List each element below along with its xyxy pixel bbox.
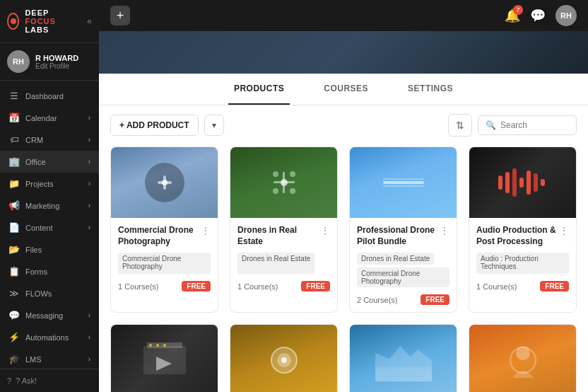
- sidebar-footer: ? ? Ask!: [0, 369, 99, 392]
- tab-settings[interactable]: SETTINGS: [402, 74, 459, 105]
- svg-rect-15: [505, 172, 510, 193]
- nav-arrow-automations: ›: [88, 333, 90, 341]
- sidebar-item-dashboard[interactable]: ☰ Dashboard: [0, 85, 99, 107]
- avatar: RH: [7, 50, 30, 73]
- topbar-icons: 🔔 7 💬 RH: [505, 5, 577, 26]
- svg-rect-20: [541, 179, 545, 186]
- product-menu-button[interactable]: ⋮: [201, 225, 211, 236]
- product-image: [469, 147, 576, 218]
- product-card-drones-real-estate[interactable]: Drones in Real Estate ⋮ Drones in Real E…: [230, 146, 338, 313]
- svg-point-23: [149, 344, 152, 347]
- nav-label-calendar: Calendar: [25, 114, 57, 122]
- product-tag: Drones in Real Estate: [237, 253, 314, 274]
- nav-icon-automations: ⚡: [8, 332, 20, 342]
- nav-label-flows: FLOWs: [25, 289, 52, 298]
- filter-button[interactable]: ⇅: [448, 114, 472, 137]
- notifications-button[interactable]: 🔔 7: [505, 8, 520, 23]
- nav-label-content: Content: [25, 224, 53, 232]
- sidebar-item-files[interactable]: 📂 Files: [0, 238, 99, 260]
- product-menu-button[interactable]: ⋮: [440, 225, 449, 236]
- toolbar: + ADD PRODUCT ▾ ⇅ 🔍: [110, 114, 577, 137]
- tab-bar: PRODUCTS COURSES SETTINGS: [99, 74, 588, 105]
- svg-rect-11: [383, 181, 424, 184]
- product-card-audio-production[interactable]: Audio Production & Post Processing ⋮ Aud…: [469, 146, 577, 313]
- nav-icon-office: 🏢: [8, 156, 20, 167]
- product-card-photography-beginner[interactable]: Photography: Beginner Series ⋮ Photograp…: [469, 324, 577, 392]
- nav-label-lms: LMS: [25, 355, 42, 364]
- svg-rect-21: [143, 346, 186, 374]
- logo-icon: [7, 13, 19, 30]
- product-image: [230, 147, 337, 218]
- user-name: R HOWARD: [35, 54, 92, 62]
- sidebar-item-projects[interactable]: 📁 Projects ›: [0, 173, 99, 195]
- product-body: Commercial Drone Photography ⋮ Commercia…: [111, 218, 218, 299]
- nav-label-dashboard: Dashboard: [25, 92, 64, 100]
- product-title: Commercial Drone Photography: [118, 225, 201, 247]
- sidebar: DEEP FOCUS LABS « RH R HOWARD Edit Profi…: [0, 0, 99, 392]
- tab-products[interactable]: PRODUCTS: [228, 74, 290, 105]
- product-card-practicing-photographer[interactable]: The Practicing Photographer ⋮ Photograph…: [230, 324, 338, 392]
- product-card-professional-drone[interactable]: Professional Drone Pilot Bundle ⋮ Drones…: [349, 146, 457, 313]
- add-product-button[interactable]: + ADD PRODUCT: [110, 115, 199, 136]
- nav-label-projects: Projects: [25, 180, 54, 188]
- nav-arrow-lms: ›: [88, 355, 90, 363]
- nav-icon-messaging: 💬: [8, 310, 20, 321]
- add-product-label: + ADD PRODUCT: [119, 120, 189, 130]
- product-card-cinematography[interactable]: Cinematography Bundle ⋮ Cinematography B…: [110, 324, 218, 392]
- product-menu-button[interactable]: ⋮: [320, 225, 330, 236]
- content-area: + ADD PRODUCT ▾ ⇅ 🔍 Commercial Drone Pho…: [99, 105, 588, 392]
- product-title: Professional Drone Pilot Bundle: [357, 225, 440, 247]
- sidebar-item-marketing[interactable]: 📢 Marketing ›: [0, 195, 99, 217]
- add-button[interactable]: +: [110, 6, 130, 25]
- product-header: Audio Production & Post Processing ⋮: [476, 225, 569, 247]
- product-image: [230, 325, 337, 392]
- products-grid: Commercial Drone Photography ⋮ Commercia…: [110, 146, 577, 392]
- sidebar-item-messaging[interactable]: 💬 Messaging ›: [0, 304, 99, 326]
- product-image: [111, 325, 218, 392]
- svg-point-10: [290, 188, 295, 194]
- nav-arrow-messaging: ›: [88, 311, 90, 319]
- sidebar-collapse-button[interactable]: «: [87, 16, 92, 26]
- edit-profile-link[interactable]: Edit Profile: [35, 62, 92, 70]
- product-footer: 2 Course(s) FREE: [357, 294, 449, 305]
- sidebar-item-lms[interactable]: 🎓 LMS ›: [0, 348, 99, 369]
- search-input[interactable]: [500, 120, 571, 130]
- tab-courses[interactable]: COURSES: [318, 74, 374, 105]
- svg-point-7: [273, 171, 278, 177]
- messages-button[interactable]: 💬: [530, 8, 546, 23]
- product-card-commercial-drone[interactable]: Commercial Drone Photography ⋮ Commercia…: [110, 146, 218, 313]
- sidebar-item-content[interactable]: 📄 Content ›: [0, 217, 99, 238]
- sidebar-item-office[interactable]: 🏢 Office ›: [0, 151, 99, 173]
- product-tag: Drones in Real Estate: [357, 253, 434, 265]
- sidebar-item-calendar[interactable]: 📅 Calendar ›: [0, 107, 99, 129]
- nav-icon-dashboard: ☰: [8, 91, 20, 101]
- nav-label-forms: Forms: [25, 267, 47, 276]
- nav-icon-projects: 📁: [8, 178, 20, 189]
- nav-arrow-marketing: ›: [88, 202, 90, 209]
- nav-arrow-projects: ›: [88, 180, 90, 188]
- product-card-landscape-photography[interactable]: Landscape Photography: Basics ⋮ Photogra…: [349, 324, 457, 392]
- product-tags: Drones in Real EstateCommercial Drone Ph…: [357, 253, 449, 287]
- nav-icon-marketing: 📢: [8, 200, 20, 211]
- svg-point-25: [163, 344, 166, 347]
- sidebar-header: DEEP FOCUS LABS «: [0, 0, 99, 43]
- sidebar-item-flows[interactable]: ≫ FLOWs: [0, 282, 99, 304]
- product-image: [350, 147, 457, 218]
- user-avatar-topbar[interactable]: RH: [555, 5, 577, 26]
- product-menu-button[interactable]: ⋮: [559, 225, 569, 236]
- topbar: + 🔔 7 💬 RH: [99, 0, 588, 31]
- nav-icon-content: 📄: [8, 222, 20, 233]
- sidebar-item-forms[interactable]: 📋 Forms: [0, 260, 99, 282]
- product-footer: 1 Course(s) FREE: [237, 281, 330, 292]
- nav-label-crm: CRM: [25, 136, 43, 144]
- dropdown-button[interactable]: ▾: [204, 115, 224, 136]
- search-box: 🔍: [478, 115, 577, 135]
- sidebar-item-automations[interactable]: ⚡ Automations ›: [0, 326, 99, 348]
- sidebar-item-crm[interactable]: 🏷 CRM ›: [0, 129, 99, 151]
- ask-button[interactable]: ? ? Ask!: [7, 376, 92, 385]
- svg-rect-13: [383, 185, 424, 187]
- ask-label: ? Ask!: [16, 376, 37, 385]
- product-tags: Drones in Real Estate: [237, 253, 330, 274]
- product-image: [350, 325, 457, 392]
- nav-arrow-crm: ›: [88, 136, 90, 144]
